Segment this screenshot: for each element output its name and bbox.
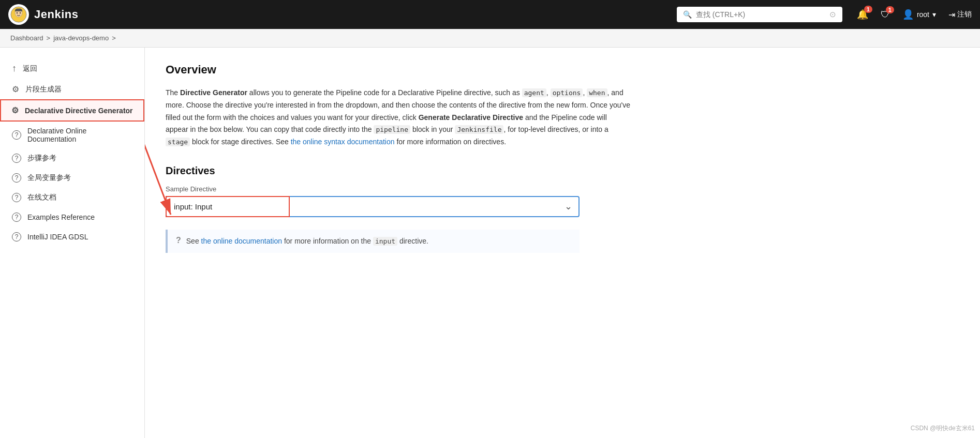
inline-code-pipeline: pipeline xyxy=(374,125,410,134)
sidebar-item-label-global: 全局变量参考 xyxy=(27,173,71,183)
help-icon[interactable]: ⊙ xyxy=(829,10,836,19)
notifications-badge: 1 xyxy=(864,6,872,13)
question-icon-examples: ? xyxy=(12,213,21,222)
logout-btn[interactable]: ⇥ 注销 xyxy=(948,10,972,20)
sidebar-item-label-directive: Declarative Directive Generator xyxy=(25,107,133,115)
sidebar-item-label-back: 返回 xyxy=(23,64,37,73)
info-text-after: for more information on the xyxy=(282,237,373,245)
shield-btn[interactable]: 🛡 1 xyxy=(881,9,890,20)
search-input[interactable] xyxy=(696,10,825,19)
inline-code-input: input xyxy=(373,237,397,246)
inline-code-stage: stage xyxy=(166,138,190,146)
online-syntax-link[interactable]: the online syntax documentation xyxy=(291,138,395,146)
overview-title: Overview xyxy=(166,63,959,77)
sidebar-item-intellij-gdsl[interactable]: ? IntelliJ IDEA GDSL xyxy=(0,227,144,247)
main-content: Overview The Directive Generator allows … xyxy=(145,48,980,438)
question-icon-intellij: ? xyxy=(12,232,21,241)
sidebar-item-label-online: 在线文档 xyxy=(27,193,56,202)
sidebar-item-label-steps: 步骤参考 xyxy=(27,154,56,163)
user-dropdown-icon: ▾ xyxy=(932,10,936,19)
sidebar-item-declarative-docs[interactable]: ? Declarative Online Documentation xyxy=(0,122,144,148)
jenkins-logo xyxy=(8,4,29,25)
sidebar: ↑ 返回 ⚙ 片段生成器 ⚙ Declarative Directive Gen… xyxy=(0,48,145,438)
inline-code-when: when xyxy=(587,88,607,97)
gear-icon-snippet: ⚙ xyxy=(12,84,19,94)
user-label: root xyxy=(917,10,929,19)
sidebar-item-online-docs[interactable]: ? 在线文档 xyxy=(0,188,144,207)
sidebar-item-label-examples: Examples Reference xyxy=(27,213,95,221)
overview-text-p6: for more information on directives. xyxy=(395,138,507,146)
sidebar-item-back[interactable]: ↑ 返回 xyxy=(0,58,144,79)
directives-section-title: Directives xyxy=(166,165,959,177)
sidebar-item-label-intellij: IntelliJ IDEA GDSL xyxy=(27,233,88,241)
breadcrumb: Dashboard > java-devops-demo > xyxy=(0,29,980,48)
logo-container: Jenkins xyxy=(8,4,78,25)
user-menu[interactable]: 👤 root ▾ xyxy=(902,9,936,20)
overview-text-p1-before: The xyxy=(166,88,180,97)
overview-text-p3: block in your xyxy=(410,125,455,133)
svg-point-3 xyxy=(20,12,21,13)
breadcrumb-project[interactable]: java-devops-demo xyxy=(53,34,109,42)
info-question-icon: ? xyxy=(176,236,181,245)
header-actions: 🔔 1 🛡 1 👤 root ▾ ⇥ 注销 xyxy=(857,9,972,20)
jenkins-avatar-icon xyxy=(10,6,27,23)
header: Jenkins 🔍 ⊙ 🔔 1 🛡 1 👤 root ▾ ⇥ 注销 xyxy=(0,0,980,29)
question-icon-online: ? xyxy=(12,193,21,202)
notifications-btn[interactable]: 🔔 1 xyxy=(857,9,868,20)
shield-badge: 1 xyxy=(886,6,894,13)
overview-text-p4: , for top-level directives, or into a xyxy=(503,125,608,133)
inline-code-jenkinsfile: Jenkinsfile xyxy=(455,125,503,134)
inline-code-agent: agent xyxy=(522,88,546,97)
breadcrumb-sep2: > xyxy=(112,34,116,42)
sidebar-item-examples[interactable]: ? Examples Reference xyxy=(0,207,144,227)
main-layout: ↑ 返回 ⚙ 片段生成器 ⚙ Declarative Directive Gen… xyxy=(0,48,980,438)
logout-icon: ⇥ xyxy=(948,10,955,20)
sidebar-item-label-docs: Declarative Online Documentation xyxy=(27,127,134,143)
sample-directive-label: Sample Directive xyxy=(166,185,959,193)
generate-directive-bold: Generate Declarative Directive xyxy=(419,113,523,122)
user-avatar-icon: 👤 xyxy=(902,9,914,20)
directive-select-wrapper: agent: Agent environment: Environment in… xyxy=(166,196,580,217)
sidebar-item-declarative-directive[interactable]: ⚙ Declarative Directive Generator xyxy=(0,99,144,122)
breadcrumb-home[interactable]: Dashboard xyxy=(10,34,43,42)
question-icon-docs: ? xyxy=(12,130,21,140)
sidebar-item-label-snippet: 片段生成器 xyxy=(25,85,62,94)
info-text-end: directive. xyxy=(397,237,428,245)
search-icon: 🔍 xyxy=(683,10,692,19)
arrow-up-icon: ↑ xyxy=(12,63,17,74)
info-box: ? See the online documentation for more … xyxy=(166,230,580,253)
sidebar-item-global-vars[interactable]: ? 全局变量参考 xyxy=(0,168,144,188)
sidebar-item-snippet-generator[interactable]: ⚙ 片段生成器 xyxy=(0,79,144,99)
overview-directive-generator-bold: Directive Generator xyxy=(180,88,247,97)
inline-code-options: options xyxy=(551,88,583,97)
question-icon-global: ? xyxy=(12,173,21,183)
search-box[interactable]: 🔍 ⊙ xyxy=(677,7,842,22)
overview-paragraph: The Directive Generator allows you to ge… xyxy=(166,87,631,148)
info-text-before: See xyxy=(186,237,201,245)
online-documentation-link[interactable]: the online documentation xyxy=(201,237,282,245)
logout-label: 注销 xyxy=(957,10,972,19)
directive-select[interactable]: agent: Agent environment: Environment in… xyxy=(166,196,580,217)
jenkins-title: Jenkins xyxy=(34,8,78,21)
breadcrumb-sep1: > xyxy=(47,34,51,42)
gear-icon-directive: ⚙ xyxy=(11,105,19,115)
question-icon-steps: ? xyxy=(12,154,21,163)
overview-text-p1-after: allows you to generate the Pipeline code… xyxy=(247,88,522,97)
info-box-text: See the online documentation for more in… xyxy=(186,236,428,247)
sidebar-item-steps-ref[interactable]: ? 步骤参考 xyxy=(0,148,144,168)
watermark: CSDN @明快de玄米61 xyxy=(911,424,975,433)
overview-text-p5: block for stage directives. See xyxy=(190,138,291,146)
svg-point-2 xyxy=(17,12,18,13)
